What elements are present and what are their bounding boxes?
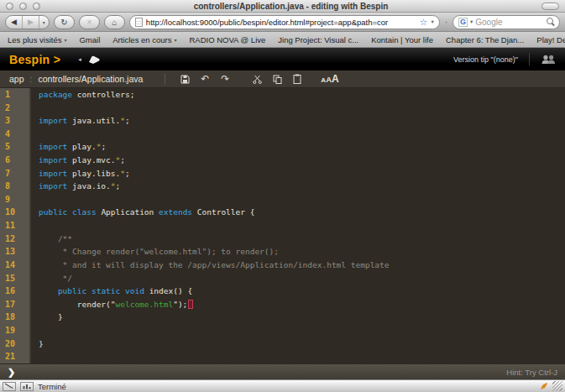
search-bar[interactable]: G ▾ Google: [453, 15, 560, 29]
page-favicon: [135, 18, 143, 27]
bookmark-folder-arrow-icon: ▾: [64, 37, 66, 43]
code-text: public static void index() {: [31, 285, 192, 298]
code-token-plain: [39, 286, 58, 295]
window-minimize-button[interactable]: [19, 3, 27, 10]
window-title: controllers/Application.java - editing w…: [40, 2, 541, 11]
paste-icon[interactable]: [290, 74, 304, 84]
bespin-header: Bespin > ◂ Version tip "(none)": [0, 48, 565, 71]
bookmark-item[interactable]: Play! Debug: [536, 35, 565, 44]
code-text: /**: [31, 233, 72, 246]
bookmark-item[interactable]: Kontain | Your life: [371, 35, 433, 44]
code-line[interactable]: 2: [0, 102, 565, 115]
line-number: 18: [0, 311, 31, 324]
code-line[interactable]: 17 render("welcome.html");: [0, 298, 565, 311]
code-line[interactable]: 16 public static void index() {: [0, 285, 565, 298]
orange-pen-addon-icon[interactable]: [540, 382, 548, 390]
bookmark-item[interactable]: Chapter 6: The Djan...: [446, 35, 524, 44]
font-size-controls: A A A: [321, 73, 338, 85]
code-line[interactable]: 19: [0, 324, 565, 337]
bookmark-star-icon[interactable]: ☆: [420, 18, 428, 27]
window-resize-grip[interactable]: [552, 381, 562, 391]
bookmark-item[interactable]: Les plus visités▾: [8, 35, 66, 44]
code-line[interactable]: 4: [0, 128, 565, 141]
editor-toolbar: app : controllers/Application.java ↶ ↷ A…: [0, 71, 565, 88]
code-line[interactable]: 3import java.util.*;: [0, 114, 565, 128]
window-close-button[interactable]: [6, 3, 13, 10]
history-dropdown-icon[interactable]: ▾: [39, 16, 49, 29]
collapse-arrow-icon[interactable]: ◂: [78, 56, 81, 63]
forward-button[interactable]: ▶: [22, 16, 39, 29]
redo-icon[interactable]: ↷: [218, 74, 232, 84]
code-token-plain: controllers;: [72, 90, 134, 99]
command-line[interactable]: ❯ Hint: Try Ctrl-J: [0, 363, 565, 379]
code-line[interactable]: 1package controllers;: [0, 88, 565, 102]
line-number: 21: [0, 350, 31, 363]
home-button[interactable]: ⌂: [104, 15, 125, 29]
undo-icon[interactable]: ↶: [198, 74, 212, 84]
line-number: 20: [0, 337, 31, 351]
code-editor[interactable]: 1package controllers;23import java.util.…: [0, 88, 565, 363]
cut-icon[interactable]: [250, 75, 264, 84]
code-text: * Change render("welcome.html"); to rend…: [31, 245, 279, 259]
code-line[interactable]: 21: [0, 350, 565, 363]
code-token-plain: }: [39, 339, 44, 348]
url-bar[interactable]: http://localhost:9000/public/bespin/edit…: [129, 15, 440, 29]
google-engine-icon[interactable]: G: [458, 18, 468, 27]
code-token-plain: ;: [125, 116, 130, 125]
bookmark-item[interactable]: Articles en cours▾: [112, 35, 176, 44]
toolbar-toggle-button[interactable]: [541, 3, 559, 10]
url-text[interactable]: http://localhost:9000/public/bespin/edit…: [146, 18, 416, 27]
bookmark-label: Chapter 6: The Djan...: [446, 35, 524, 44]
code-line[interactable]: 7import play.libs.*;: [0, 167, 565, 180]
chart-addon-icon[interactable]: [20, 382, 34, 391]
code-line[interactable]: 9: [0, 193, 565, 206]
code-text: import play.*;: [31, 140, 106, 154]
search-icon[interactable]: [546, 18, 554, 26]
code-line[interactable]: 14 * and it will display the /app/views/…: [0, 259, 565, 272]
code-line[interactable]: 10public class Application extends Contr…: [0, 206, 565, 219]
line-number: 2: [0, 102, 31, 115]
code-text: render("welcome.html");: [31, 298, 193, 311]
copy-icon[interactable]: [270, 75, 284, 84]
code-line[interactable]: 5import play.*;: [0, 140, 565, 154]
bookmark-item[interactable]: RADIO NOVA @ Live: [190, 35, 266, 44]
window-zoom-button[interactable]: [33, 3, 40, 10]
code-line[interactable]: 13 * Change render("welcome.html"); to r…: [0, 245, 565, 259]
save-icon[interactable]: [178, 75, 191, 84]
code-line[interactable]: 18 }: [0, 311, 565, 324]
toolbar-divider: [165, 74, 165, 85]
code-token-plain: ;: [101, 142, 106, 151]
search-input[interactable]: Google: [475, 18, 543, 27]
back-button[interactable]: ◀: [6, 16, 22, 29]
collaborators-icon[interactable]: [541, 55, 556, 65]
url-dropdown-icon[interactable]: ▾: [431, 18, 433, 25]
bookmark-label: Play! Debug: [536, 35, 565, 44]
command-prompt-icon: ❯: [8, 367, 15, 378]
stop-button[interactable]: ×: [79, 15, 100, 29]
line-number: 3: [0, 114, 31, 128]
code-line[interactable]: 20}: [0, 337, 565, 351]
bookmark-item[interactable]: Jing Project: Visual c...: [278, 35, 358, 44]
window-title-bar: controllers/Application.java - editing w…: [0, 0, 565, 13]
code-line[interactable]: 6import play.mvc.*;: [0, 154, 565, 167]
line-number: 5: [0, 140, 31, 154]
header-divider: [529, 53, 530, 65]
line-number: 14: [0, 259, 31, 272]
line-number: 16: [0, 285, 31, 298]
code-line[interactable]: 15 */: [0, 272, 565, 285]
code-text: */: [31, 272, 72, 285]
files-hand-icon[interactable]: [87, 54, 101, 65]
reload-button[interactable]: ↻: [54, 15, 75, 29]
code-line[interactable]: 8import java.io.*;: [0, 180, 565, 193]
line-number: 9: [0, 193, 31, 206]
font-size-large-button[interactable]: A: [332, 73, 339, 85]
font-size-medium-button[interactable]: A: [326, 75, 332, 84]
code-line[interactable]: 11: [0, 219, 565, 233]
search-engine-dropdown-icon[interactable]: ▾: [470, 18, 473, 25]
pen-addon-icon[interactable]: [3, 382, 16, 391]
code-line[interactable]: 12 /**: [0, 233, 565, 246]
code-token-plain: ;: [125, 169, 130, 178]
bookmark-item[interactable]: Gmail: [79, 35, 100, 44]
back-forward-group: ◀ ▶ ▾: [5, 15, 50, 29]
bespin-logo: Bespin >: [9, 53, 60, 66]
